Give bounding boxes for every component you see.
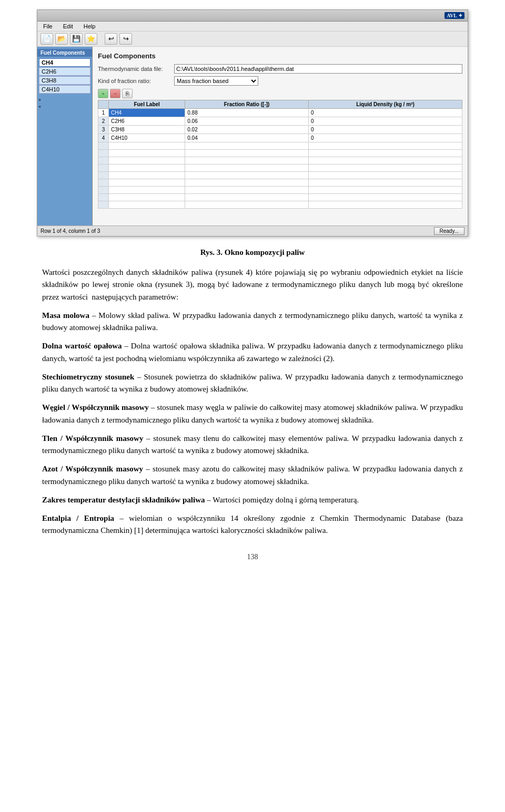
bold-zakres: Zakres temperatur destylacji składników … <box>42 496 205 504</box>
fuel-table: Fuel Label Fraction Ratio ([-]) Liquid D… <box>98 100 462 209</box>
table-toolbar: + − ⎘ <box>98 89 462 98</box>
row-label-4[interactable]: C4H10 <box>109 134 185 142</box>
bold-entalpia: Entalpia / Entropia <box>42 514 114 522</box>
table-row[interactable]: 2 C2H6 0.06 0 <box>98 117 462 126</box>
row-fraction-2[interactable]: 0.06 <box>185 117 309 126</box>
row-num-2: 2 <box>98 117 109 126</box>
nav-left-arrow[interactable]: « <box>38 102 91 109</box>
app-window: AVL ✦ File Edit Help 📄 📂 💾 ⭐ ↩ ↪ Fuel Co… <box>37 9 468 237</box>
fig-caption: Rys. 3. Okno kompozycji paliw <box>42 248 463 257</box>
sidebar-title: Fuel Components <box>37 49 92 57</box>
table-row[interactable]: 4 C4H10 0.04 0 <box>98 134 462 142</box>
col-num <box>98 100 109 109</box>
table-row[interactable]: 3 C3H8 0.02 0 <box>98 126 462 134</box>
bold-azot: Azot / Współczynnik masowy <box>42 465 143 473</box>
sidebar-item-c4h10[interactable]: C4H10 <box>39 85 90 94</box>
col-label: Fuel Label <box>109 100 185 109</box>
nav-right-arrow[interactable]: » <box>38 96 91 102</box>
sidebar-item-c3h8[interactable]: C3H8 <box>39 76 90 85</box>
paragraph-tlen: Tlen / Współczynnik masowy – stosunek ma… <box>42 433 463 457</box>
menu-help[interactable]: Help <box>82 23 97 30</box>
row-density-2[interactable]: 0 <box>308 117 462 126</box>
status-text: Row 1 of 4, column 1 of 3 <box>41 228 100 234</box>
paragraph-wegiel: Węgiel / Współczynnik masowy – stosunek … <box>42 402 463 426</box>
paragraph-1: Wartości poszczególnych danych składnikó… <box>42 266 463 303</box>
nav-arrows: » « <box>37 94 92 111</box>
avl-badge: AVL ✦ <box>445 12 464 19</box>
save-button[interactable]: 💾 <box>70 33 83 45</box>
table-row-empty <box>98 194 462 201</box>
table-row-empty <box>98 179 462 187</box>
add-row-button[interactable]: + <box>98 89 108 98</box>
bold-wegiel: Węgiel / Współczynnik masowy <box>42 403 149 412</box>
sidebar-item-ch4[interactable]: CH4 <box>39 58 90 67</box>
row-num-1: 1 <box>98 109 109 117</box>
row-num-3: 3 <box>98 126 109 134</box>
status-bar: Row 1 of 4, column 1 of 3 Ready... <box>37 225 468 236</box>
row-label-3[interactable]: C3H8 <box>109 126 185 134</box>
paragraph-azot: Azot / Współczynnik masowy – stosunek ma… <box>42 463 463 488</box>
row-density-3[interactable]: 0 <box>308 126 462 134</box>
bold-stech: Stechiometryczny stosunek <box>42 373 134 381</box>
row-fraction-1[interactable]: 0.88 <box>185 109 309 117</box>
thermo-input[interactable] <box>174 64 462 74</box>
row-num-4: 4 <box>98 134 109 142</box>
remove-row-button[interactable]: − <box>110 89 120 98</box>
table-row-empty <box>98 142 462 150</box>
row-label-1[interactable]: CH4 <box>109 109 185 117</box>
thermodynamic-word: Thermodynamic <box>354 514 406 522</box>
title-bar: AVL ✦ <box>37 10 468 22</box>
row-density-4[interactable]: 0 <box>308 134 462 142</box>
bold-tlen: Tlen / Współczynnik masowy <box>42 434 143 443</box>
col-fraction: Fraction Ratio ([-]) <box>185 100 309 109</box>
undo-button[interactable]: ↩ <box>105 33 117 45</box>
open-button[interactable]: 📂 <box>55 33 68 45</box>
new-button[interactable]: 📄 <box>41 33 53 45</box>
fraction-label: Kind of fraction ratio: <box>98 78 174 84</box>
toolbar: 📄 📂 💾 ⭐ ↩ ↪ <box>37 32 468 47</box>
menu-bar: File Edit Help <box>37 22 468 32</box>
page-number: 138 <box>42 553 463 561</box>
table-row-empty <box>98 150 462 157</box>
app-content: Fuel Components CH4 C2H6 C3H8 C4H10 » « … <box>37 47 468 225</box>
row-fraction-4[interactable]: 0.04 <box>185 134 309 142</box>
table-row-empty <box>98 165 462 172</box>
table-row[interactable]: 1 CH4 0.88 0 <box>98 109 462 117</box>
ready-button[interactable]: Ready... <box>434 227 465 235</box>
main-panel: Fuel Components Thermodynamic data file:… <box>93 47 468 225</box>
sidebar-item-c2h6[interactable]: C2H6 <box>39 67 90 76</box>
star-button[interactable]: ⭐ <box>85 33 97 45</box>
menu-edit[interactable]: Edit <box>62 23 75 30</box>
row-label-2[interactable]: C2H6 <box>109 117 185 126</box>
thermo-label: Thermodynamic data file: <box>98 66 174 72</box>
table-row-empty <box>98 201 462 209</box>
thermo-row: Thermodynamic data file: <box>98 64 462 74</box>
redo-button[interactable]: ↪ <box>119 33 132 45</box>
bold-masa: Masa molowa <box>42 311 89 320</box>
fraction-select[interactable]: Mass fraction based <box>174 76 258 86</box>
panel-title: Fuel Components <box>98 52 462 60</box>
col-density: Liquid Density (kg / m³) <box>308 100 462 109</box>
row-density-1[interactable]: 0 <box>308 109 462 117</box>
menu-file[interactable]: File <box>42 23 54 30</box>
paragraph-entalpia: Entalpia / Entropia – wielomian o współc… <box>42 512 463 537</box>
copy-row-button[interactable]: ⎘ <box>122 89 133 98</box>
paragraph-masa: Masa molowa – Molowy skład paliwa. W prz… <box>42 310 463 334</box>
table-row-empty <box>98 157 462 165</box>
sidebar: Fuel Components CH4 C2H6 C3H8 C4H10 » « <box>37 47 93 225</box>
paragraph-stech: Stechiometryczny stosunek – Stosunek pow… <box>42 371 463 396</box>
document-content: Rys. 3. Okno kompozycji paliw Wartości p… <box>37 248 468 561</box>
bold-dolna: Dolna wartość opałowa <box>42 342 122 350</box>
fraction-row: Kind of fraction ratio: Mass fraction ba… <box>98 76 462 86</box>
paragraph-zakres: Zakres temperatur destylacji składników … <box>42 494 463 506</box>
table-row-empty <box>98 172 462 179</box>
table-row-empty <box>98 187 462 194</box>
row-fraction-3[interactable]: 0.02 <box>185 126 309 134</box>
paragraph-dolna: Dolna wartość opałowa – Dolna wartość op… <box>42 340 463 365</box>
